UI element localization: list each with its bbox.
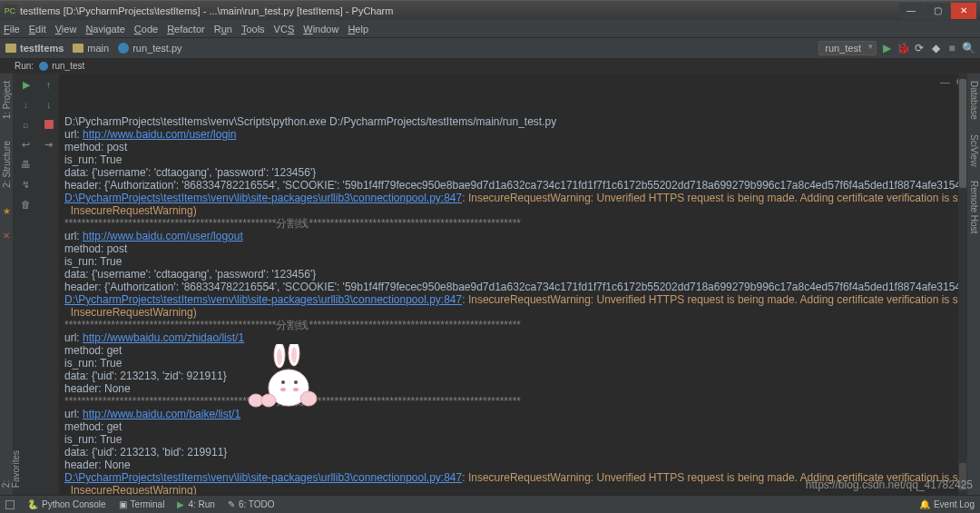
run-label: Run: xyxy=(15,61,34,71)
menu-file[interactable]: File xyxy=(4,24,20,35)
link-connpool[interactable]: D:\PycharmProjects\testItems\venv\lib\si… xyxy=(64,192,462,204)
link-logout[interactable]: http://www.baidu.com/user/logout xyxy=(83,230,243,242)
window-buttons: — ▢ ✕ xyxy=(897,3,976,19)
status-event-log[interactable]: 🔔 Event Log xyxy=(919,499,975,509)
crumb-file: run_test.py xyxy=(132,43,181,54)
coverage-icon[interactable]: ⟳ xyxy=(913,42,926,54)
crumb-root: testItems xyxy=(20,43,64,54)
console-output[interactable]: ⚙ — D:\PycharmProjects\testItems\venv\Sc… xyxy=(59,74,966,496)
tool-sciview[interactable]: SciView xyxy=(969,131,979,170)
tool-window-icon[interactable] xyxy=(5,500,15,509)
down2-icon[interactable]: ↓ xyxy=(42,97,56,112)
status-todo[interactable]: ✎ 6: TODO xyxy=(228,499,275,509)
menu-code[interactable]: Code xyxy=(134,24,158,35)
title-bar: PC testItems [D:\PycharmProjects\testIte… xyxy=(0,0,980,20)
link-zhidao[interactable]: http://wwwbaidu.com/zhidao/list/1 xyxy=(83,331,244,344)
profile-icon[interactable]: ◆ xyxy=(929,42,942,54)
status-terminal[interactable]: ▣ Terminal xyxy=(119,499,165,509)
minimize-button[interactable]: — xyxy=(898,3,924,19)
bookmark-icon[interactable]: ★ xyxy=(3,206,11,216)
menu-window[interactable]: Window xyxy=(303,24,338,35)
menu-vcs[interactable]: VCS xyxy=(274,24,295,35)
rerun-icon[interactable]: ▶ xyxy=(19,77,34,92)
down-icon[interactable]: ↓ xyxy=(19,97,34,112)
menu-help[interactable]: Help xyxy=(348,24,368,35)
app-icon: PC xyxy=(4,5,16,17)
breadcrumb[interactable]: testItems xyxy=(5,43,64,54)
run-gutter-2: ↑ ↓ ⇥ xyxy=(39,74,59,496)
right-tool-strip: Database SciView Remote Host xyxy=(966,74,980,496)
link-baike[interactable]: http://www.baidu.com/baike/list/1 xyxy=(83,408,240,420)
menu-bar: File Edit View Navigate Code Refactor Ru… xyxy=(0,20,980,38)
tool-database[interactable]: Database xyxy=(969,77,979,123)
trash-icon[interactable]: 🗑 xyxy=(19,197,34,212)
stop-icon[interactable] xyxy=(42,117,56,132)
menu-navigate[interactable]: Navigate xyxy=(85,24,124,35)
link-connpool[interactable]: D:\PycharmProjects\testItems\venv\lib\si… xyxy=(64,471,462,484)
breadcrumb-file[interactable]: run_test.py xyxy=(118,43,181,54)
search-everywhere-icon[interactable]: 🔍 xyxy=(962,42,975,54)
menu-run[interactable]: Run xyxy=(214,24,232,35)
left-tool-strip: 1: Project 2: Structure ★ ✕ xyxy=(0,74,14,496)
breadcrumb-mid[interactable]: main xyxy=(73,43,109,54)
python-icon xyxy=(39,62,48,71)
close-button[interactable]: ✕ xyxy=(951,3,976,19)
tool-favorites[interactable]: 2: Favorites xyxy=(1,447,21,491)
run-icon[interactable]: ▶ xyxy=(880,42,893,54)
link-connpool[interactable]: D:\PycharmProjects\testItems\venv\lib\si… xyxy=(64,293,462,306)
folder-icon xyxy=(73,44,83,53)
clear-icon[interactable]: ↯ xyxy=(19,177,34,192)
menu-edit[interactable]: Edit xyxy=(29,24,46,35)
filter-icon[interactable]: ⌕ xyxy=(19,117,34,132)
close-x-icon[interactable]: ✕ xyxy=(3,231,10,241)
tool-remote[interactable]: Remote Host xyxy=(969,177,979,237)
run-gutter: ▶ ↓ ⌕ ↩ 🖶 ↯ 🗑 xyxy=(14,74,39,496)
run-config-selector[interactable]: run_test xyxy=(818,41,877,55)
status-python-console[interactable]: 🐍 Python Console xyxy=(27,499,106,509)
scrollbar[interactable] xyxy=(958,74,966,496)
tool-structure[interactable]: 2: Structure xyxy=(2,137,12,192)
debug-icon[interactable]: 🐞 xyxy=(897,42,909,54)
menu-view[interactable]: View xyxy=(55,24,77,35)
status-run[interactable]: ▶ 4: Run xyxy=(177,499,214,509)
menu-tools[interactable]: Tools xyxy=(241,24,265,35)
tool-project[interactable]: 1: Project xyxy=(2,77,12,123)
run-config-name: run_test xyxy=(52,61,84,71)
maximize-button[interactable]: ▢ xyxy=(925,3,950,19)
menu-refactor[interactable]: Refactor xyxy=(167,24,205,35)
up-icon[interactable]: ↑ xyxy=(42,77,56,92)
wrap-icon[interactable]: ↩ xyxy=(19,137,34,152)
nav-bar: testItems main run_test.py run_test ▶ 🐞 … xyxy=(0,38,980,59)
status-bar: 🐍 Python Console ▣ Terminal ▶ 4: Run ✎ 6… xyxy=(0,495,980,513)
watermark: https://blog.csdn.net/qq_41782425 xyxy=(806,478,973,491)
window-title: testItems [D:\PycharmProjects\testItems]… xyxy=(20,5,897,16)
minimize-tool-icon[interactable]: — xyxy=(940,75,950,88)
folder-icon xyxy=(5,44,16,53)
print-icon[interactable]: 🖶 xyxy=(19,157,34,172)
link-login[interactable]: http://www.baidu.com/user/login xyxy=(83,128,236,141)
run-tool-tab: Run: run_test xyxy=(0,59,980,74)
main-area: 1: Project 2: Structure ★ ✕ ▶ ↓ ⌕ ↩ 🖶 ↯ … xyxy=(0,74,980,496)
stop-icon[interactable]: ■ xyxy=(946,42,958,54)
export-icon[interactable]: ⇥ xyxy=(42,137,56,152)
crumb-mid: main xyxy=(87,43,109,54)
python-icon xyxy=(118,43,129,54)
